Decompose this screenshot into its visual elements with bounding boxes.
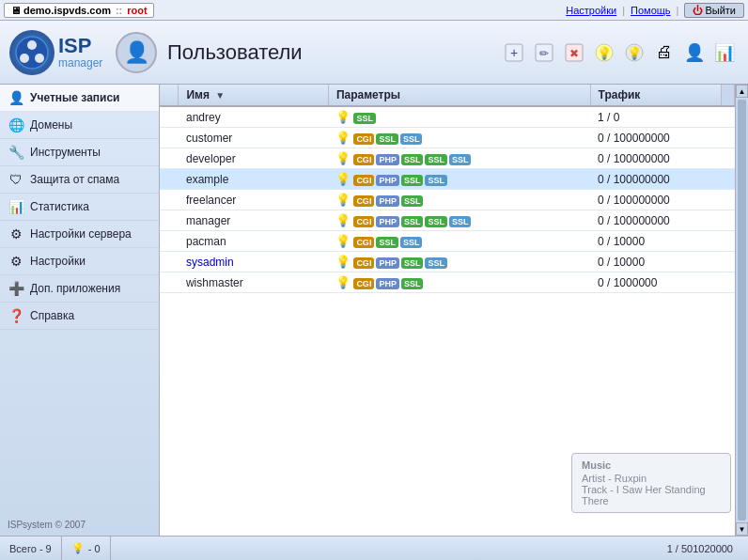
cell-traffic: 0 / 1000000: [590, 272, 722, 293]
bulb-icon: 💡: [335, 131, 351, 145]
table-row[interactable]: customer💡CGISSLSSL0 / 100000000: [160, 128, 735, 148]
sidebar-item-domains[interactable]: 🌐 Домены: [0, 112, 159, 139]
cgi-badge: CGI: [353, 278, 374, 289]
logout-label: Выйти: [705, 5, 736, 16]
logout-button[interactable]: ⏻ Выйти: [684, 3, 744, 18]
table-row[interactable]: andrey💡SSL1 / 0: [160, 106, 735, 128]
php-badge: PHP: [376, 195, 399, 207]
users-table: Имя ▼ Параметры Трафик andrey💡SSL1 / 0cu…: [160, 85, 735, 293]
tab-icon: 🖥: [10, 5, 21, 16]
logo-manager: manager: [58, 57, 102, 70]
toolbar-bulb2[interactable]: 💡: [620, 39, 648, 67]
toolbar-print[interactable]: 🖨: [650, 39, 678, 67]
sidebar-item-stats[interactable]: 📊 Статистика: [0, 194, 159, 221]
scroll-up-button[interactable]: ▲: [736, 85, 748, 98]
table-row[interactable]: freelancer💡CGIPHPSSL0 / 100000000: [160, 190, 735, 210]
selected-count: - 0: [88, 543, 101, 554]
sidebar-item-apps[interactable]: ➕ Доп. приложения: [0, 275, 159, 303]
sidebar: 👤 Учетные записи 🌐 Домены 🔧 Инструменты …: [0, 85, 160, 536]
cell-name: wishmaster: [179, 272, 328, 293]
toolbar-add[interactable]: +: [500, 39, 528, 67]
scroll-down-button[interactable]: ▼: [736, 522, 748, 536]
toolbar-delete[interactable]: ✖: [560, 39, 588, 67]
ssl2-badge: SSL: [425, 175, 447, 186]
col-params-header[interactable]: Параметры: [328, 85, 590, 106]
cell-params: 💡CGISSLSSL: [328, 128, 590, 148]
sidebar-item-spam[interactable]: 🛡 Защита от спама: [0, 166, 159, 194]
ssl-badge: SSL: [401, 154, 424, 165]
ssl2-badge: SSL: [425, 257, 447, 269]
sidebar-item-label: Справка: [30, 309, 74, 322]
toolbar-export[interactable]: 📊: [710, 39, 739, 67]
toolbar-bulb1[interactable]: 💡: [590, 39, 618, 67]
bulb-icon: 💡: [335, 213, 351, 227]
table-row[interactable]: developer💡CGIPHPSSLSSLSSL0 / 100000000: [160, 148, 735, 169]
svg-point-1: [27, 40, 37, 50]
col-scroll-right: [722, 85, 735, 106]
ssl2-badge: SSL: [400, 133, 423, 145]
status-page: 1 / 501020000: [658, 537, 748, 560]
ssl-badge: SSL: [425, 216, 447, 227]
cgi-badge: CGI: [353, 237, 374, 248]
ssl-badge: SSL: [425, 154, 447, 165]
toolbar-edit[interactable]: ✏: [530, 39, 558, 67]
cell-traffic: 1 / 0: [590, 106, 722, 128]
ssl-badge: SSL: [376, 133, 398, 145]
sidebar-item-help[interactable]: ❓ Справка: [0, 303, 159, 330]
spam-icon: 🛡: [8, 172, 24, 187]
sidebar-item-tools[interactable]: 🔧 Инструменты: [0, 139, 159, 166]
cgi-badge: CGI: [353, 175, 374, 186]
col-traffic-header[interactable]: Трафик: [590, 85, 722, 106]
sidebar-item-label: Домены: [30, 118, 72, 132]
cgi-badge: CGI: [353, 216, 374, 227]
cell-traffic: 0 / 100000000: [590, 190, 722, 210]
cell-name: sysadmin: [179, 252, 328, 272]
help-link[interactable]: Помощь: [631, 5, 671, 16]
sidebar-item-accounts[interactable]: 👤 Учетные записи: [0, 85, 159, 112]
svg-text:💡: 💡: [597, 45, 613, 61]
logo: ISP manager: [9, 30, 113, 75]
music-title: Music: [582, 459, 721, 471]
tab-sep: ::: [116, 5, 122, 16]
cell-traffic: 0 / 100000000: [590, 169, 722, 190]
bulb-icon: 💡: [335, 151, 351, 165]
cell-params: 💡CGISSLSSL: [328, 231, 590, 252]
status-selected: 💡 - 0: [62, 537, 111, 560]
sidebar-item-label: Настройки: [30, 255, 86, 268]
cell-traffic: 0 / 100000000: [590, 148, 722, 169]
col-name-header[interactable]: Имя ▼: [179, 85, 328, 106]
page-icon: 👤: [113, 29, 160, 76]
logout-icon: ⏻: [693, 5, 703, 16]
settings-link[interactable]: Настройки: [566, 5, 616, 16]
svg-point-3: [35, 54, 44, 63]
table-row[interactable]: sysadmin💡CGIPHPSSLSSL0 / 10000: [160, 252, 735, 272]
table-row[interactable]: example💡CGIPHPSSLSSL0 / 100000000: [160, 169, 735, 190]
toolbar-user[interactable]: 👤: [680, 39, 709, 67]
sidebar-item-server-settings[interactable]: ⚙ Настройки сервера: [0, 221, 159, 248]
total-label: Всего - 9: [9, 543, 52, 554]
music-track: Track - I Saw Her Standing There: [582, 484, 721, 506]
cell-name: developer: [179, 148, 328, 169]
bulb-icon: 💡: [335, 255, 351, 269]
sidebar-item-settings[interactable]: ⚙ Настройки: [0, 248, 159, 275]
cell-params: 💡SSL: [328, 106, 590, 128]
scroll-thumb[interactable]: [738, 100, 746, 521]
cgi-badge: CGI: [353, 154, 374, 165]
main-scrollbar[interactable]: ▲ ▼: [735, 85, 748, 536]
cell-traffic: 0 / 10000: [590, 252, 722, 272]
table-row[interactable]: manager💡CGIPHPSSLSSLSSL0 / 100000000: [160, 210, 735, 231]
cell-traffic: 0 / 100000000: [590, 210, 722, 231]
ssl-badge: SSL: [376, 237, 398, 248]
cgi-badge: CGI: [353, 195, 374, 207]
tab-demo[interactable]: 🖥 demo.ispvds.com :: root: [4, 3, 154, 18]
table-row[interactable]: pacman💡CGISSLSSL0 / 10000: [160, 231, 735, 252]
cell-params: 💡CGIPHPSSLSSLSSL: [328, 148, 590, 169]
toolbar: + ✏ ✖ 💡 💡 🖨 👤 📊: [500, 39, 739, 67]
cell-name: manager: [179, 210, 328, 231]
bulb-icon: 💡: [335, 172, 351, 186]
tab-username: root: [127, 5, 147, 16]
svg-point-2: [20, 54, 29, 63]
ssl2-badge: SSL: [449, 154, 472, 165]
table-row[interactable]: wishmaster💡CGIPHPSSL0 / 1000000: [160, 272, 735, 293]
cell-params: 💡CGIPHPSSLSSL: [328, 252, 590, 272]
